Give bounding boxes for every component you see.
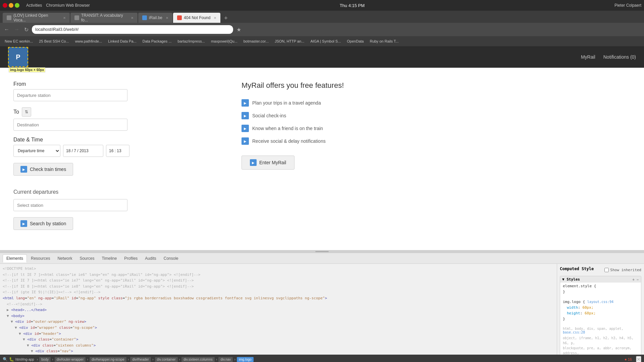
bookmark-7[interactable]: botmaster.cor... [241, 39, 271, 44]
bookmark-6[interactable]: maxpowel/jQu... [209, 39, 239, 44]
from-label: From [13, 81, 215, 87]
datetime-field-group: Date & Time Departure time Arrival time [13, 137, 215, 157]
tab-transit[interactable]: TRANSIT: A vocabulary fo... ✕ [70, 13, 138, 23]
app-navbar: P img.logo 60px × 60px MyRail Notificati… [0, 46, 644, 68]
bc-outer-wrapper[interactable]: div#outer-wrapper [55, 357, 86, 362]
html-line-sixteen[interactable]: ▼ <div class="sixteen columns"> [3, 343, 554, 349]
check-trains-button[interactable]: ▶ Check train times [13, 163, 73, 176]
splitter-handle [315, 251, 329, 252]
departure-time-select[interactable]: Departure time Arrival time [13, 145, 60, 157]
friend-icon: ▶ [241, 125, 249, 132]
html-line-head[interactable]: ▶ <head>...</head> [3, 307, 554, 313]
tab-lov-favicon [7, 15, 11, 20]
user-info: Pieter Colpaert [614, 3, 641, 8]
css-height-prop: height: 60px; [563, 311, 638, 315]
bookmark-2[interactable]: www.pathfinde... [73, 39, 104, 44]
show-inherited-checkbox-label[interactable]: Show inherited [604, 268, 641, 272]
from-field-group: From [13, 81, 215, 101]
username-label: Pieter Colpaert [614, 3, 641, 8]
html-line-body[interactable]: ▼ <body> [3, 313, 554, 319]
url-bar[interactable]: localhost/iRail3.0/web/#/ [32, 25, 233, 34]
show-inherited-checkbox[interactable] [604, 268, 609, 272]
css-width-prop: width: 60px; [563, 305, 638, 310]
bookmark-5[interactable]: bartaz/impress... [176, 39, 207, 44]
feature-friend-label: Know when a friend is on the train [252, 126, 323, 131]
bc-container[interactable]: div.container [155, 357, 178, 362]
bc-header[interactable]: div#header [130, 357, 151, 362]
select-station-input[interactable] [13, 199, 127, 211]
date-input[interactable] [63, 145, 103, 157]
bookmark-4[interactable]: Data Packages ... [141, 39, 174, 44]
tab-irail[interactable]: iRail.be ✕ [138, 13, 172, 23]
html-line-header[interactable]: ▼ <div id="header"> [3, 331, 554, 337]
bc-body[interactable]: body [39, 357, 51, 362]
notifications-icon: ▶ [241, 137, 249, 145]
bookmark-star-button[interactable]: ★ [235, 25, 243, 34]
bc-img-logo[interactable]: img.logo [237, 357, 254, 362]
devtools-tab-audits[interactable]: Audits [142, 255, 159, 262]
time-input[interactable] [106, 145, 129, 157]
devtools-tab-resources[interactable]: Resources [28, 255, 53, 262]
maximize-button[interactable] [15, 3, 19, 8]
styles-header[interactable]: ▼ Styles + ✏ [560, 276, 641, 283]
bookmark-9[interactable]: AIGA | Symbol S... [308, 39, 343, 44]
main-content: From To ⇅ Date & Time Depart [0, 68, 644, 250]
bookmark-10[interactable]: OpenData [345, 39, 366, 44]
html-line-outer-wrapper[interactable]: ▼ <div id="outer-wrapper" ng-view> [3, 319, 554, 325]
bc-sixteen[interactable]: div.sixteen.columns [181, 357, 215, 362]
window-controls [3, 3, 19, 8]
devtools-tab-console[interactable]: Console [160, 255, 182, 262]
feature-agenda-label: Plan your trips in a travel agenda [252, 100, 321, 106]
enter-myrail-button[interactable]: ▶ Enter MyRail [241, 156, 294, 170]
devtools-tab-timeline[interactable]: Timeline [98, 255, 120, 262]
enter-myrail-icon: ▶ [250, 159, 257, 166]
styles-add-btn[interactable]: + ✏ [632, 277, 639, 282]
minimize-button[interactable] [9, 3, 13, 8]
element-style-close: } [563, 290, 638, 294]
datetime-label: Date & Time [13, 137, 215, 143]
title-bar-left: Activities Chromium Web Browser [3, 3, 90, 8]
html-line-nav[interactable]: ▼ <div class="nav"> [3, 348, 554, 354]
html-line-htmltag[interactable]: <html lang="en" ng-app="iRail" id="ng-ap… [3, 295, 554, 301]
back-button[interactable]: ← [3, 25, 11, 34]
forward-button[interactable]: → [13, 25, 21, 34]
devtools-splitter[interactable] [0, 250, 644, 253]
devtools-tab-sources[interactable]: Sources [76, 255, 98, 262]
bookmark-8[interactable]: JSON, HTTP an... [273, 39, 306, 44]
bc-wrapper[interactable]: div#wrapper.ng-scope [90, 357, 126, 362]
tab-lov[interactable]: (LOV) Linked Open Voca... ✕ [3, 13, 70, 23]
devtools-tab-elements[interactable]: Elements [3, 254, 27, 262]
close-button[interactable] [3, 3, 7, 8]
reload-button[interactable]: ↻ [23, 25, 30, 34]
devtools-bug-btn[interactable]: 🐛 [9, 357, 14, 362]
new-tab-button[interactable]: + [221, 13, 230, 23]
devtools-tab-profiles[interactable]: Profiles [121, 255, 141, 262]
check-trains-icon: ▶ [20, 166, 27, 173]
tab-irail-close[interactable]: ✕ [166, 16, 168, 20]
tab-error-close[interactable]: ✕ [214, 16, 216, 20]
devtools-content: <!DOCTYPE html> <!--[if lt IE 7 ]><html … [0, 264, 644, 355]
title-bar: Activities Chromium Web Browser Thu 4:15… [0, 0, 644, 11]
notifications-nav-link[interactable]: Notifications (0) [603, 54, 636, 60]
devtools-close-button[interactable]: ✕ [636, 356, 641, 362]
current-departures-title: Current departures [13, 189, 215, 195]
bookmark-1[interactable]: 25 Best SSH Co... [37, 39, 71, 44]
myrail-nav-link[interactable]: MyRail [581, 54, 595, 60]
breadcrumb-text: html#ng-app [15, 358, 34, 361]
tab-transit-close[interactable]: ✕ [131, 16, 133, 20]
destination-input[interactable] [13, 119, 127, 131]
search-by-station-button[interactable]: ▶ Search by station [13, 217, 73, 230]
devtools-tab-network[interactable]: Network [54, 255, 75, 262]
bookmark-3[interactable]: Linked Data Pa... [106, 39, 138, 44]
devtools-search-btn[interactable]: 🔍 [3, 357, 8, 362]
tab-error[interactable]: 404 Not Found ✕ [173, 13, 220, 23]
html-line-wrapper[interactable]: ▼ <div id="wrapper" class="ng-scope"> [3, 325, 554, 331]
tab-lov-close[interactable]: ✕ [63, 16, 66, 20]
bc-nav[interactable]: div.nav [218, 357, 233, 362]
bookmark-0[interactable]: New EC workin... [3, 39, 35, 44]
departure-station-input[interactable] [13, 89, 127, 101]
swap-button[interactable]: ⇅ [22, 107, 31, 117]
bookmark-11[interactable]: Ruby on Rails T... [368, 39, 400, 44]
logo-tooltip: img.logo 60px × 60px [9, 67, 45, 72]
html-line-container[interactable]: ▼ <div class="container"> [3, 337, 554, 343]
